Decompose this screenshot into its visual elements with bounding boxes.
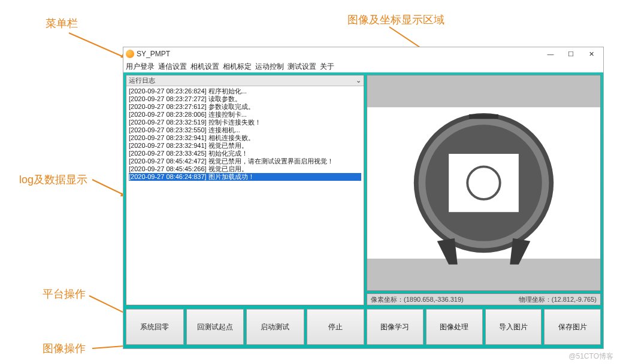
log-row[interactable]: [2020-09-27 08:23:28:006] 连接控制卡... — [129, 111, 361, 119]
log-row[interactable]: [2020-09-27 08:45:45:266] 视觉已启用。 — [129, 165, 361, 173]
stop-button[interactable]: 停止 — [307, 309, 365, 345]
image-learn-button[interactable]: 图像学习 — [367, 309, 424, 345]
annotation-image-area: 图像及坐标显示区域 — [347, 13, 444, 27]
system-home-button[interactable]: 系统回零 — [126, 309, 184, 345]
import-image-button[interactable]: 导入图片 — [485, 309, 542, 345]
image-button-row: 图像学习 图像处理 导入图片 保存图片 — [367, 308, 601, 346]
image-process-button[interactable]: 图像处理 — [426, 309, 483, 345]
menubar: 用户登录 通信设置 相机设置 相机标定 运动控制 测试设置 关于 — [123, 60, 603, 72]
menu-motion-control[interactable]: 运动控制 — [255, 62, 284, 72]
log-row[interactable]: [2020-09-27 08:23:27:612] 参数读取完成。 — [129, 103, 361, 111]
menu-user-login[interactable]: 用户登录 — [126, 62, 155, 72]
log-header-label: 运行日志 — [129, 76, 155, 85]
return-test-start-button[interactable]: 回测试起点 — [186, 309, 244, 345]
log-row[interactable]: [2020-09-27 08:23:32:550] 连接相机... — [129, 126, 361, 134]
log-row[interactable]: [2020-09-27 08:23:27:272] 读取参数。 — [129, 95, 361, 103]
app-icon — [126, 50, 134, 58]
chevron-down-icon: ⌄ — [356, 77, 361, 84]
log-row[interactable]: [2020-09-27 08:23:32:941] 相机连接失败。 — [129, 134, 361, 142]
product-image — [367, 90, 600, 276]
svg-line-4 — [92, 180, 127, 196]
minimize-button[interactable]: ― — [541, 48, 560, 59]
window-title: SY_PMPT — [137, 50, 170, 58]
platform-button-row: 系统回零 回测试起点 启动测试 停止 — [126, 308, 364, 346]
app-window: SY_PMPT ― ☐ ✕ 用户登录 通信设置 相机设置 相机标定 运动控制 测… — [123, 47, 604, 349]
phys-coord: 物理坐标：(12.812,-9.765) — [519, 295, 597, 304]
annotation-log-area: log及数据显示 — [19, 172, 87, 187]
menu-comm-settings[interactable]: 通信设置 — [158, 62, 187, 72]
log-row[interactable]: [2020-09-27 08:23:33:425] 初始化完成！ — [129, 150, 361, 157]
start-test-button[interactable]: 启动测试 — [246, 309, 304, 345]
log-row[interactable]: [2020-09-27 08:45:42:472] 视觉已禁用，请在测试设置界面… — [129, 157, 361, 165]
image-display[interactable] — [367, 75, 601, 291]
log-row[interactable]: [2020-09-27 08:23:32:941] 视觉已禁用。 — [129, 142, 361, 150]
svg-line-0 — [69, 33, 128, 59]
menu-camera-settings[interactable]: 相机设置 — [190, 62, 219, 72]
log-panel: 运行日志 ⌄ [2020-09-27 08:23:26:824] 程序初始化..… — [126, 75, 364, 305]
titlebar: SY_PMPT ― ☐ ✕ — [123, 47, 603, 60]
coord-bar: 像素坐标：(1890.658,-336.319) 物理坐标：(12.812,-9… — [367, 293, 601, 305]
right-column: 像素坐标：(1890.658,-336.319) 物理坐标：(12.812,-9… — [367, 75, 601, 346]
maximize-button[interactable]: ☐ — [561, 48, 580, 59]
content-area: 运行日志 ⌄ [2020-09-27 08:23:26:824] 程序初始化..… — [123, 72, 603, 348]
save-image-button[interactable]: 保存图片 — [544, 309, 601, 345]
annotation-menubar: 菜单栏 — [46, 16, 78, 31]
svg-rect-18 — [469, 114, 498, 119]
menu-test-settings[interactable]: 测试设置 — [288, 62, 316, 72]
annotation-platform-ops: 平台操作 — [43, 287, 86, 301]
log-header[interactable]: 运行日志 ⌄ — [126, 75, 364, 86]
log-body[interactable]: [2020-09-27 08:23:26:824] 程序初始化...[2020-… — [126, 86, 364, 305]
pixel-coord: 像素坐标：(1890.658,-336.319) — [371, 295, 464, 304]
log-row[interactable]: [2020-09-27 08:23:32:519] 控制卡连接失败！ — [129, 119, 361, 126]
watermark: @51CTO博客 — [568, 351, 613, 362]
log-row[interactable]: [2020-09-27 08:23:26:824] 程序初始化... — [129, 87, 361, 95]
menu-camera-calibration[interactable]: 相机标定 — [223, 62, 252, 72]
menu-about[interactable]: 关于 — [320, 62, 334, 72]
log-row[interactable]: [2020-09-27 08:46:24:837] 图片加载成功！ — [129, 173, 361, 181]
close-button[interactable]: ✕ — [582, 48, 601, 59]
annotation-image-ops: 图像操作 — [43, 341, 86, 356]
left-column: 运行日志 ⌄ [2020-09-27 08:23:26:824] 程序初始化..… — [126, 75, 364, 346]
